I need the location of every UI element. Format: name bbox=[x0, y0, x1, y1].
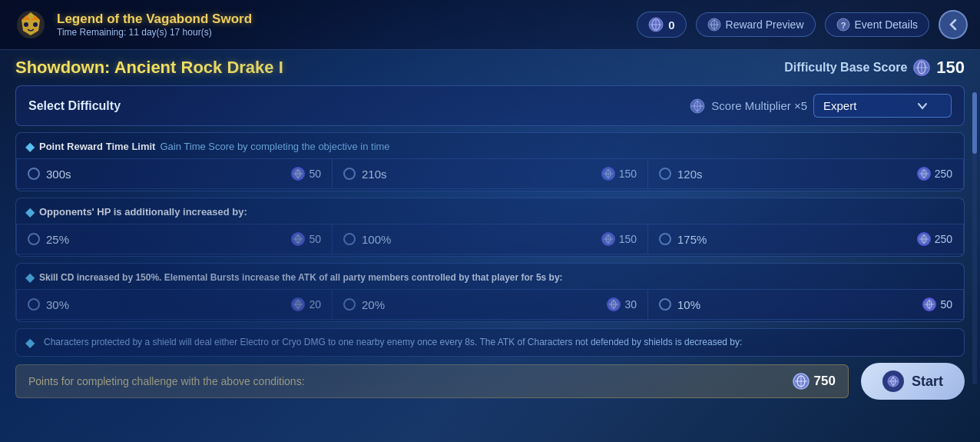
score-icon-hp25 bbox=[291, 232, 305, 246]
section-shield: ◆ Characters protected by a shield will … bbox=[15, 328, 965, 357]
bullet-icon-skill: ◆ bbox=[25, 270, 35, 284]
hp-options: 25% 50 100% 150 bbox=[16, 224, 964, 254]
svg-point-1 bbox=[24, 22, 28, 27]
bottom-row: Points for completing challenge with the… bbox=[15, 363, 965, 400]
points-value: 750 bbox=[814, 374, 836, 389]
time-score-300: 50 bbox=[291, 167, 321, 181]
event-details-label: Event Details bbox=[855, 18, 918, 31]
skill-option-30[interactable]: 30% 20 bbox=[16, 289, 332, 320]
radio-25pct bbox=[28, 233, 40, 245]
difficulty-score-icon bbox=[913, 59, 930, 76]
hp-value-175: 175% bbox=[677, 233, 707, 246]
time-option-300[interactable]: 300s 50 bbox=[16, 158, 332, 189]
skill-option-10[interactable]: 10% 50 bbox=[647, 289, 964, 320]
radio-300s bbox=[28, 168, 40, 180]
start-label: Start bbox=[912, 374, 943, 390]
back-button[interactable] bbox=[939, 10, 968, 39]
hp-option-175[interactable]: 175% 250 bbox=[647, 224, 964, 254]
game-title: Legend of the Vagabond Sword bbox=[57, 12, 252, 27]
time-score-210: 150 bbox=[601, 167, 637, 181]
hp-option-100[interactable]: 100% 150 bbox=[332, 224, 647, 254]
showdown-title-row: Showdown: Ancient Rock Drake I Difficult… bbox=[15, 58, 965, 78]
skill-label: Skill CD increased by 150%. Elemental Bu… bbox=[39, 272, 563, 283]
header-right: 0 Reward Preview ? Event Details bbox=[637, 10, 968, 39]
title-block: Legend of the Vagabond Sword Time Remain… bbox=[57, 12, 252, 38]
selected-difficulty: Expert bbox=[823, 99, 856, 112]
section-time-limit: ◆ Point Reward Time Limit Gain Time Scor… bbox=[15, 132, 965, 191]
section-hp-header: ◆ Opponents' HP is additionally increase… bbox=[16, 198, 964, 224]
currency-icon bbox=[648, 17, 664, 32]
showdown-title: Showdown: Ancient Rock Drake I bbox=[15, 58, 283, 78]
radio-atk20 bbox=[343, 298, 356, 311]
points-icon bbox=[793, 373, 809, 390]
skill-value-20: 20% bbox=[362, 298, 385, 311]
bullet-icon: ◆ bbox=[25, 139, 35, 154]
difficulty-score-label: Difficulty Base Score bbox=[784, 61, 907, 75]
points-bar: Points for completing challenge with the… bbox=[15, 364, 849, 398]
currency-value: 0 bbox=[668, 18, 674, 32]
hp-score-175: 250 bbox=[917, 232, 952, 246]
back-icon bbox=[946, 18, 960, 32]
section-time-limit-header: ◆ Point Reward Time Limit Gain Time Scor… bbox=[16, 133, 964, 158]
logo-icon bbox=[12, 6, 49, 43]
points-bar-label: Points for completing challenge with the… bbox=[28, 375, 305, 387]
currency-display: 0 bbox=[637, 12, 686, 38]
time-score-120: 250 bbox=[917, 167, 952, 181]
bullet-icon-hp: ◆ bbox=[25, 204, 35, 219]
svg-point-2 bbox=[33, 22, 38, 27]
start-button[interactable]: Start bbox=[861, 363, 965, 400]
hp-score-100: 150 bbox=[601, 232, 637, 246]
hp-value-25: 25% bbox=[46, 233, 69, 246]
time-limit-label: Point Reward Time Limit bbox=[39, 141, 155, 152]
difficulty-score-display: Difficulty Base Score 150 bbox=[784, 58, 965, 78]
section-opponents-hp: ◆ Opponents' HP is additionally increase… bbox=[15, 198, 965, 257]
chevron-down-icon bbox=[917, 101, 928, 111]
score-icon-300 bbox=[291, 167, 305, 181]
time-limit-options: 300s 50 210s 150 bbox=[16, 158, 964, 189]
shield-label: Characters protected by a shield will de… bbox=[44, 336, 742, 349]
time-remaining: Time Remaining: 11 day(s) 17 hour(s) bbox=[57, 27, 252, 38]
radio-atk30 bbox=[28, 298, 40, 311]
score-multiplier-text: Score Multiplier ×5 bbox=[711, 99, 807, 112]
skill-score-20: 30 bbox=[607, 297, 637, 311]
skill-options: 30% 20 20% 30 bbox=[16, 289, 964, 320]
score-icon-120 bbox=[917, 167, 931, 181]
start-icon bbox=[887, 375, 899, 387]
score-icon-skill10 bbox=[922, 297, 936, 311]
multiplier-icon bbox=[690, 98, 705, 114]
time-limit-desc: Gain Time Score by completing the object… bbox=[160, 141, 389, 152]
time-value-210: 210s bbox=[362, 168, 387, 181]
time-value-300: 300s bbox=[46, 168, 71, 181]
hp-score-25: 50 bbox=[291, 232, 321, 246]
skill-option-20[interactable]: 20% 30 bbox=[332, 289, 647, 320]
skill-score-10: 50 bbox=[922, 297, 952, 311]
skill-value-10: 10% bbox=[677, 298, 700, 311]
section-skill-header: ◆ Skill CD increased by 150%. Elemental … bbox=[16, 264, 964, 289]
score-icon-hp100 bbox=[601, 232, 615, 246]
reward-preview-btn[interactable]: Reward Preview bbox=[696, 12, 816, 37]
score-icon-skill30 bbox=[291, 297, 305, 311]
score-icon-210 bbox=[601, 167, 615, 181]
select-difficulty-label: Select Difficulty bbox=[28, 99, 121, 113]
hp-option-25[interactable]: 25% 50 bbox=[16, 224, 332, 254]
reward-preview-label: Reward Preview bbox=[726, 18, 804, 31]
event-details-btn[interactable]: ? Event Details bbox=[825, 12, 929, 37]
radio-210s bbox=[343, 168, 356, 180]
scrollbar-track[interactable] bbox=[972, 92, 977, 384]
points-right: 750 bbox=[793, 373, 836, 390]
main-content: Showdown: Ancient Rock Drake I Difficult… bbox=[0, 50, 980, 407]
time-option-120[interactable]: 120s 250 bbox=[647, 158, 964, 189]
skill-score-30: 20 bbox=[291, 297, 321, 311]
radio-120s bbox=[659, 168, 671, 180]
info-icon: ? bbox=[836, 18, 850, 32]
start-btn-icon bbox=[882, 371, 904, 392]
time-option-210[interactable]: 210s 150 bbox=[332, 158, 647, 189]
scrollbar-thumb[interactable] bbox=[972, 92, 977, 154]
hp-label: Opponents' HP is additionally increased … bbox=[39, 206, 247, 218]
bullet-icon-shield: ◆ bbox=[25, 335, 35, 350]
radio-100pct bbox=[343, 233, 356, 245]
skill-value-30: 30% bbox=[46, 298, 69, 311]
difficulty-dropdown[interactable]: Expert bbox=[813, 94, 952, 118]
section-skill-cd: ◆ Skill CD increased by 150%. Elemental … bbox=[15, 263, 965, 322]
difficulty-score-value: 150 bbox=[936, 58, 965, 78]
